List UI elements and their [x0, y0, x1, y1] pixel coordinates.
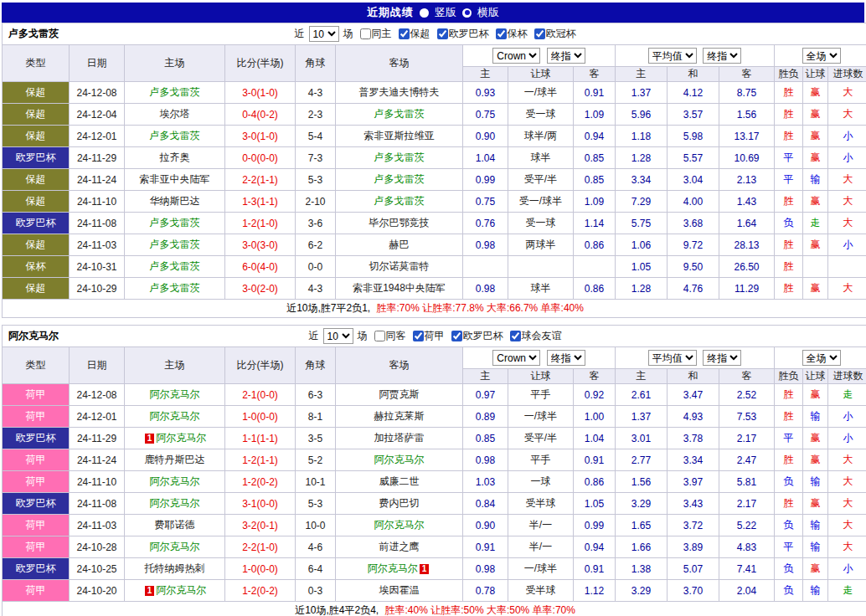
- league-checkbox[interactable]: [399, 28, 410, 39]
- team-name: 托特纳姆热刺: [145, 562, 205, 574]
- league-checkbox[interactable]: [534, 28, 545, 39]
- asian-odds-source-select[interactable]: Crown: [492, 350, 540, 366]
- asian-handicap-header: 让球: [508, 67, 574, 82]
- league-filter-champions-league[interactable]: 欧冠杯: [534, 27, 576, 41]
- asian-home-header: 主: [463, 67, 508, 82]
- match-count-select[interactable]: 10: [309, 26, 339, 42]
- euro-home-odds: 1.37: [616, 406, 668, 428]
- team-name: 加拉塔萨雷: [374, 432, 425, 444]
- asian-handicap: 半/一: [508, 515, 574, 536]
- asian-odds-source-select[interactable]: Crown: [492, 48, 540, 64]
- result-badge: 负: [775, 471, 803, 493]
- same-venue-filter[interactable]: 同客: [374, 329, 406, 343]
- horizontal-layout-label[interactable]: 横版: [477, 5, 499, 20]
- corner-count: 5-2: [296, 449, 336, 471]
- euro-home-odds: 7.29: [616, 191, 668, 213]
- team-name: 卢多戈雷茨: [374, 173, 425, 185]
- match-date: 24-12-01: [70, 126, 125, 147]
- scope-select[interactable]: 全场: [802, 48, 841, 64]
- horizontal-layout-radio[interactable]: [462, 8, 472, 18]
- euro-odds-time-select[interactable]: 终指: [703, 48, 741, 64]
- corner-count: 3-6: [296, 213, 336, 234]
- asian-away-odds: 0.94: [574, 126, 616, 147]
- team-name: 阿尔克马尔: [150, 497, 200, 509]
- same-venue-label: 同主: [372, 27, 392, 41]
- team-name: 阿尔克马尔: [150, 541, 200, 552]
- league-filter-bulgaria-first-league[interactable]: 保超: [399, 27, 430, 41]
- asian-away-odds: 1.04: [574, 428, 616, 449]
- corner-count: 10-0: [296, 515, 336, 536]
- asian-handicap: 受半球: [508, 580, 574, 602]
- same-venue-filter[interactable]: 同主: [360, 27, 392, 41]
- red-card-badge: 1: [420, 564, 430, 574]
- asian-home-odds: 0.98: [463, 234, 508, 256]
- result-badge: 胜: [775, 449, 803, 471]
- league-checkbox[interactable]: [510, 331, 521, 341]
- league-checkbox[interactable]: [437, 28, 448, 39]
- asian-handicap: 受平/半: [508, 169, 574, 191]
- league-type-badge: 保超: [3, 104, 70, 126]
- team-name: 赫拉克莱斯: [374, 410, 425, 422]
- handicap-result: 赢: [803, 449, 828, 471]
- match-rows: 荷甲24-12-08阿尔克马尔2-1(0-0)6-3阿贾克斯0.97平手0.92…: [3, 384, 866, 602]
- league-filter-bulgaria-cup[interactable]: 保杯: [496, 27, 528, 41]
- result-badge: 胜: [775, 191, 803, 213]
- vertical-layout-label[interactable]: 竖版: [435, 5, 456, 20]
- league-checkbox[interactable]: [496, 28, 507, 39]
- match-count-select[interactable]: 10: [323, 328, 353, 344]
- home-team: 1阿尔克马尔: [125, 428, 225, 449]
- league-filter-europa-league[interactable]: 欧罗巴杯: [451, 329, 503, 343]
- euro-home-odds: 2.61: [616, 384, 668, 406]
- same-venue-checkbox[interactable]: [374, 331, 385, 341]
- match-row: 荷甲24-10-201阿尔克马尔1-2(0-2)0-3埃因霍温0.78受半球1.…: [3, 580, 866, 602]
- asian-home-odds: 0.98: [463, 449, 508, 471]
- home-team: 华纳斯巴达: [125, 191, 225, 213]
- home-team: 卢多戈雷茨: [125, 82, 225, 104]
- league-filter-europa-league[interactable]: 欧罗巴杯: [437, 27, 489, 41]
- home-team: 费耶诺德: [125, 515, 225, 536]
- scope-select[interactable]: 全场: [802, 350, 841, 366]
- result-badge: 胜: [775, 126, 803, 147]
- match-row: 保杯24-10-31卢多戈雷茨6-0(4-0)0-0切尔诺莫雷特1.059.50…: [3, 256, 866, 278]
- euro-odds-source-select[interactable]: 平均值: [648, 48, 697, 64]
- team-name: 埃尔塔: [160, 108, 190, 120]
- summary-rates: 胜率:70% 让胜率:77.8% 大率:66.7% 单率:40%: [377, 302, 584, 314]
- score: 3-0(3-0): [225, 234, 296, 256]
- euro-odds-time-select[interactable]: 终指: [703, 350, 741, 366]
- league-checkbox[interactable]: [451, 331, 462, 341]
- team-name: 埃因霍温: [379, 584, 420, 596]
- red-card-badge: 1: [145, 434, 155, 444]
- team-name: 威廉二世: [379, 475, 420, 487]
- asian-odds-time-select[interactable]: 终指: [547, 350, 585, 366]
- section-head-cell: 阿尔克马尔 近 10 场 同客 荷甲: [3, 326, 866, 347]
- score: 3-0(2-0): [225, 278, 296, 300]
- asian-handicap: 球半/两: [508, 126, 574, 147]
- match-row: 荷甲24-11-24鹿特丹斯巴达1-2(1-1)5-2阿尔克马尔0.98平手0.…: [3, 449, 866, 471]
- match-date: 24-11-08: [70, 213, 125, 234]
- score: 1-2(1-1): [225, 449, 296, 471]
- score: 0-4(0-2): [225, 104, 296, 126]
- filter-controls: 近 10 场 同主 保超: [295, 26, 576, 42]
- euro-draw-odds: 3.78: [668, 428, 719, 449]
- euro-away-odds: 13.17: [719, 126, 775, 147]
- team-name: 卢多戈雷茨: [150, 130, 200, 141]
- home-team: 卢多戈雷茨: [125, 126, 225, 147]
- asian-away-odds: 1.00: [574, 406, 616, 428]
- league-filter-eredivisie[interactable]: 荷甲: [413, 329, 445, 343]
- league-checkbox[interactable]: [413, 331, 424, 341]
- corner-count: 3-5: [296, 428, 336, 449]
- asian-away-odds: 0.94: [574, 536, 616, 558]
- result-badge: 平: [775, 147, 803, 169]
- euro-home-odds: 3.01: [616, 428, 668, 449]
- col-header-away: 客场: [336, 347, 463, 384]
- league-filter-club-friendly[interactable]: 球会友谊: [510, 329, 562, 343]
- asian-odds-time-select[interactable]: 终指: [547, 48, 585, 64]
- handicap-result: 赢: [803, 126, 828, 147]
- corner-count: 7-3: [296, 147, 336, 169]
- league-label: 球会友谊: [522, 329, 562, 343]
- same-venue-checkbox[interactable]: [360, 28, 371, 39]
- vertical-layout-radio[interactable]: [420, 8, 429, 18]
- match-row: 荷甲24-11-10阿尔克马尔1-2(0-2)10-1威廉二世1.03一球0.8…: [3, 471, 866, 493]
- euro-odds-source-select[interactable]: 平均值: [648, 350, 697, 366]
- score: 0-0(0-0): [225, 147, 296, 169]
